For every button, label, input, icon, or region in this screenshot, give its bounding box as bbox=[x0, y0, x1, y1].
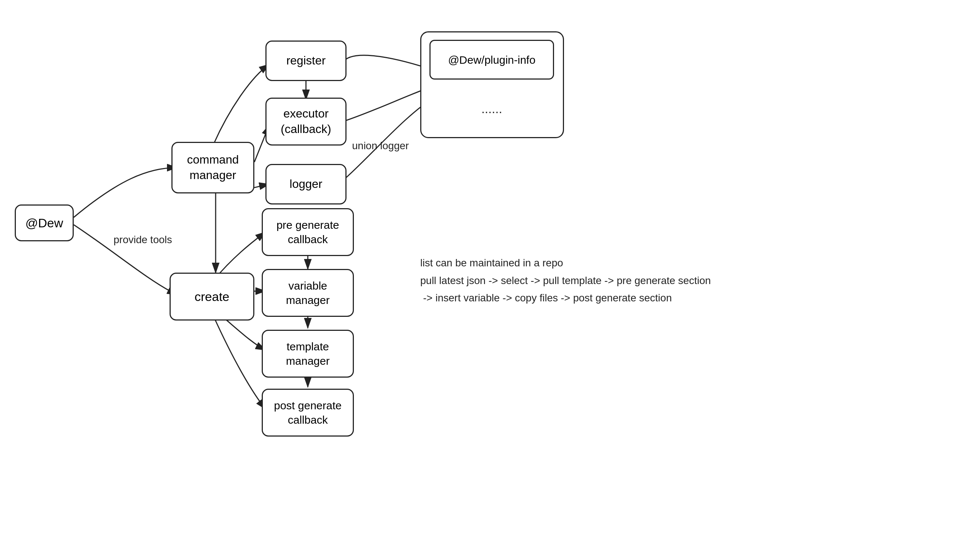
node-plugin-info-title: @Dew/plugin-info bbox=[429, 40, 554, 79]
post-generate-label: post generatecallback bbox=[274, 398, 341, 427]
create-label: create bbox=[195, 288, 230, 305]
node-pre-generate: pre generatecallback bbox=[262, 208, 354, 256]
note-line-3: -> insert variable -> copy files -> post… bbox=[420, 289, 711, 307]
note-line-2: pull latest json -> select -> pull templ… bbox=[420, 272, 711, 289]
logger-label: logger bbox=[290, 176, 323, 192]
plugin-info-title-label: @Dew/plugin-info bbox=[448, 53, 535, 67]
note-line-1: list can be maintained in a repo bbox=[420, 254, 711, 272]
node-executor: executor(callback) bbox=[265, 98, 346, 146]
dew-label: @Dew bbox=[25, 215, 63, 231]
register-label: register bbox=[287, 53, 326, 68]
node-template-manager: templatemanager bbox=[262, 330, 354, 378]
variable-manager-label: variablemanager bbox=[286, 278, 330, 307]
command-manager-label: commandmanager bbox=[187, 152, 239, 183]
node-variable-manager: variablemanager bbox=[262, 269, 354, 317]
executor-label: executor(callback) bbox=[281, 106, 331, 137]
node-create: create bbox=[170, 273, 254, 320]
label-union-logger: union logger bbox=[352, 140, 409, 152]
diagram-container: @Dew commandmanager register executor(ca… bbox=[0, 0, 954, 560]
label-list-note: list can be maintained in a repo pull la… bbox=[420, 254, 711, 307]
plugin-info-dots: ...... bbox=[429, 92, 554, 125]
node-dew: @Dew bbox=[15, 204, 74, 241]
node-post-generate: post generatecallback bbox=[262, 389, 354, 437]
label-provide-tools: provide tools bbox=[114, 234, 172, 246]
node-command-manager: commandmanager bbox=[171, 142, 254, 193]
node-logger: logger bbox=[265, 164, 346, 204]
template-manager-label: templatemanager bbox=[286, 339, 330, 368]
pre-generate-label: pre generatecallback bbox=[276, 218, 339, 246]
node-register: register bbox=[265, 40, 346, 81]
